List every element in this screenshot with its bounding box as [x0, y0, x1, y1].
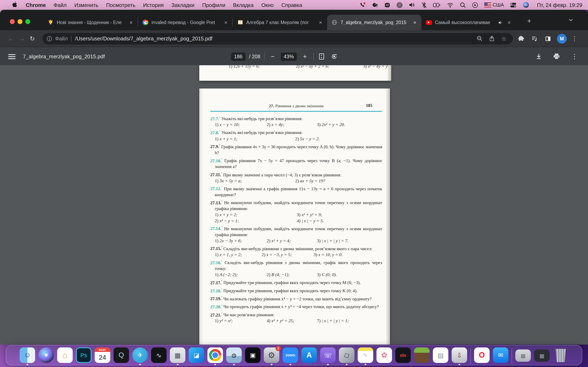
tab-close-icon[interactable]: ✕ — [128, 19, 134, 26]
chrome-dock-icon[interactable] — [208, 347, 223, 365]
trash-dock-icon[interactable] — [553, 347, 568, 365]
notes-dock-icon[interactable]: ✎ — [358, 347, 373, 365]
menu-item-изменить[interactable]: Изменить — [74, 2, 98, 8]
address-bar[interactable]: Файл /Users/user/Downloads/7_algebra_mer… — [43, 33, 513, 44]
airplay-icon[interactable] — [397, 2, 403, 8]
photoshop-dock-icon[interactable]: Ps — [76, 347, 91, 365]
tab-5[interactable]: Самый высокооплачивае✕ — [421, 15, 516, 30]
viber-call-icon[interactable] — [360, 2, 366, 8]
tab-audio-icon[interactable] — [498, 20, 503, 25]
control-center-icon[interactable] — [510, 2, 517, 8]
fit-page-button[interactable] — [317, 52, 326, 61]
transmission-dock-icon[interactable]: ⇩ — [452, 347, 467, 365]
tab-close-icon[interactable]: ✕ — [412, 19, 418, 26]
menu-bar-clock[interactable]: Пт, 24 февр. 19:29 — [537, 2, 582, 8]
calendar-dock-icon[interactable]: ФЕВР.24 — [95, 347, 110, 365]
tab-close-icon[interactable]: ✕ — [317, 19, 324, 26]
spotlight-search-icon[interactable] — [460, 2, 466, 8]
tab-2[interactable]: invaled перевод - Google Pret✕ — [138, 15, 232, 30]
blue-flip-app-dock-icon[interactable]: ◪ — [189, 347, 204, 365]
home-dock-icon[interactable]: ⌂ — [57, 347, 73, 365]
media-controls-icon[interactable] — [529, 33, 540, 44]
chrome-menu-kebab-icon[interactable]: ⋮ — [569, 33, 580, 44]
menu-item-chrome[interactable]: Chrome — [26, 2, 46, 8]
equation-option: 7) | x | + | y | = 1; — [317, 318, 349, 324]
traffic-light-zoom[interactable] — [25, 19, 30, 24]
download-button[interactable] — [534, 52, 543, 61]
bluetooth-off-icon[interactable] — [422, 2, 427, 8]
appstore-dock-icon[interactable]: A — [301, 347, 317, 365]
traffic-light-minimize[interactable] — [17, 19, 22, 24]
roblox-dock-icon[interactable]: ◻ — [339, 347, 355, 365]
audio-waveform-app-dock-icon[interactable]: ∿ — [151, 347, 167, 365]
reload-button[interactable]: ↻ — [27, 33, 38, 44]
print-button[interactable] — [552, 52, 561, 61]
back-button[interactable]: ← — [6, 33, 16, 44]
menu-item-история[interactable]: История — [143, 2, 164, 8]
share-icon[interactable] — [487, 34, 497, 43]
tab-title: 7_algebra_merzlyak_pog_2015 — [341, 20, 409, 25]
tab-close-icon[interactable]: ✕ — [223, 19, 229, 26]
pdf-menu-icon[interactable] — [8, 54, 16, 59]
forward-button[interactable]: → — [16, 33, 27, 44]
menu-item-файл[interactable]: Файл — [53, 2, 67, 8]
mail-dock-icon[interactable]: ✉ — [493, 347, 508, 365]
page-number-input[interactable]: 186 — [231, 52, 245, 60]
menu-item-профили[interactable]: Профили — [202, 2, 225, 8]
menu-item-вкладка[interactable]: Вкладка — [233, 2, 253, 8]
notification-badge: 2 — [276, 346, 281, 351]
tab-3[interactable]: Алгебра 7 клас Мерзляк (пог✕ — [233, 15, 327, 30]
tab-1[interactable]: Нові знання - Щоденник - Еле✕ — [43, 15, 138, 30]
siri-icon[interactable] — [523, 2, 529, 8]
site-info-icon[interactable] — [47, 36, 52, 42]
homepod-icon[interactable] — [384, 2, 390, 8]
rotate-page-button[interactable] — [330, 52, 339, 61]
pdf-more-options-kebab-icon[interactable]: ⋮ — [570, 52, 579, 61]
zoom-out-button[interactable]: − — [268, 52, 277, 61]
menu-item-закладки[interactable]: Закладки — [172, 2, 195, 8]
zoom-out-page-icon[interactable] — [475, 34, 484, 43]
menu-item-справка[interactable]: Справка — [281, 2, 302, 8]
minimized-calculator-window[interactable]: ▦ — [515, 347, 531, 365]
battery-charging-icon[interactable] — [433, 2, 441, 8]
siri-dock-icon[interactable]: ❋ — [38, 347, 54, 365]
calculator-dock-icon[interactable]: ▦ — [170, 347, 185, 365]
globe-favicon — [331, 19, 338, 26]
tab-4-active[interactable]: 7_algebra_merzlyak_pog_2015✕ — [327, 15, 421, 30]
pdf-content-area[interactable]: 1) 12x + 11y = 6;2) x² − xy + 2 = 6;3) x… — [0, 65, 588, 345]
traffic-light-close[interactable] — [10, 19, 15, 24]
minecraft-dock-icon[interactable] — [414, 347, 430, 365]
play-circle-icon[interactable] — [472, 2, 478, 8]
opera-dock-icon[interactable]: O — [474, 347, 490, 365]
finder-dock-icon[interactable]: ☺ — [20, 347, 35, 365]
wifi-icon[interactable] — [447, 2, 454, 8]
keyboard-layout-icon[interactable]: США — [484, 2, 504, 8]
minimized-settings-window[interactable]: ▦ — [534, 347, 550, 365]
photos-dock-icon[interactable]: ✿ — [376, 347, 392, 365]
zoom-dock-icon[interactable]: zoom — [283, 347, 298, 365]
apple-menu-icon[interactable] — [12, 2, 18, 8]
alert-app-icon[interactable] — [372, 2, 378, 8]
system-settings-dock-icon[interactable]: ⚙2 — [264, 347, 279, 365]
problem-number: 27.10.’ — [210, 158, 222, 163]
voice-memos-dock-icon[interactable]: ıılıı — [395, 347, 411, 365]
volume-icon[interactable] — [409, 2, 415, 8]
bookmark-star-icon[interactable]: ☆ — [499, 34, 509, 43]
new-tab-button[interactable]: + — [524, 16, 534, 26]
zoom-level-input[interactable]: 43% — [281, 52, 297, 60]
tab-close-icon[interactable]: ✕ — [506, 19, 512, 26]
profile-avatar[interactable]: M — [557, 34, 567, 43]
libreoffice-dock-icon[interactable]: ▤ — [433, 347, 448, 365]
zoom-in-button[interactable]: + — [300, 52, 309, 61]
window-panes-app-dock-icon[interactable]: ▣ — [245, 347, 260, 365]
menu-item-посмотреть[interactable]: Посмотреть — [106, 2, 135, 8]
tab-search-chevron-icon[interactable] — [568, 17, 573, 22]
menu-item-окно[interactable]: Окно — [261, 2, 274, 8]
extensions-puzzle-icon[interactable] — [516, 33, 526, 44]
side-panel-icon[interactable] — [543, 33, 553, 44]
viber-dock-icon[interactable]: ☏ — [320, 347, 336, 365]
url-text[interactable]: /Users/user/Downloads/7_algebra_merzlyak… — [75, 35, 472, 42]
quicktime-dock-icon[interactable]: Q — [113, 347, 129, 365]
telegram-dock-icon[interactable]: ✈ — [132, 347, 148, 365]
photo-jar-app-dock-icon[interactable]: ◍ — [226, 347, 242, 365]
